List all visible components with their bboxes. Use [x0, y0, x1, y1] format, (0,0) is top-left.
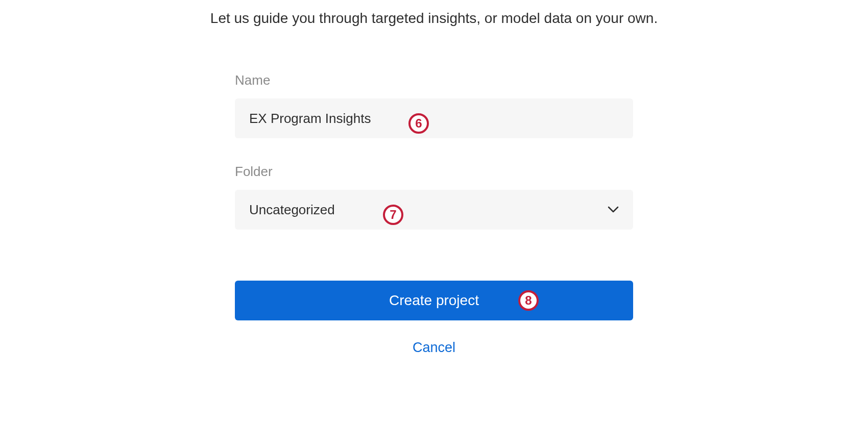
folder-label: Folder	[235, 164, 633, 180]
create-project-button[interactable]: Create project	[235, 281, 633, 320]
chevron-down-icon	[608, 204, 619, 215]
name-field-group: Name 6	[235, 72, 633, 138]
name-input[interactable]	[235, 98, 633, 138]
folder-field-group: Folder Uncategorized 7	[235, 164, 633, 230]
page-heading: Let us guide you through targeted insigh…	[210, 10, 658, 27]
folder-select[interactable]: Uncategorized	[235, 190, 633, 230]
folder-select-value: Uncategorized	[249, 202, 608, 218]
name-label: Name	[235, 72, 633, 88]
project-form: Name 6 Folder Uncategorized 7 Create pro…	[235, 72, 633, 356]
form-container: Let us guide you through targeted insigh…	[0, 0, 868, 356]
cancel-link[interactable]: Cancel	[235, 340, 633, 356]
